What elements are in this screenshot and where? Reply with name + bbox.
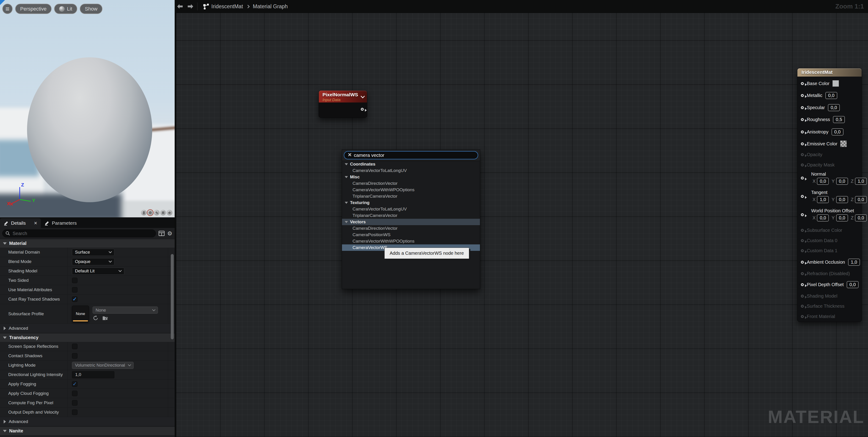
plane-shape-button[interactable] [154,210,159,216]
back-button[interactable] [175,1,185,11]
input-pin-icon[interactable] [801,106,804,109]
clear-search-icon[interactable]: × [348,152,351,158]
menu-item[interactable]: TriplanarCameraVector [342,212,480,219]
use-material-attributes-checkbox[interactable]: ✓ [72,287,78,292]
apply-cloud-fogging-checkbox[interactable]: ✓ [72,391,78,396]
section-translucency[interactable]: Translucency [0,333,175,342]
pin-metallic[interactable]: Metallic0,0 [797,92,862,99]
preview-viewport[interactable]: ≡ Perspective Lit Show Z Y X [0,0,175,217]
row-material-advanced[interactable]: Advanced [0,324,175,333]
show-button[interactable]: Show [80,4,102,14]
output-pin-icon[interactable] [361,108,364,111]
input-pin-icon[interactable] [801,143,804,145]
material-graph-canvas[interactable]: MATERIAL PixelNormalWS Input Data × Coor… [175,0,868,437]
tab-parameters[interactable]: Parameters [41,218,81,228]
menu-group-texturing[interactable]: Texturing [342,199,480,206]
menu-item[interactable]: CameraVectorToLatLongUV [342,167,480,174]
pin-value[interactable]: 0,0 [847,281,859,288]
pin-value-x[interactable]: 0,0 [817,178,829,185]
subsurface-profile-thumbnail[interactable]: None [72,306,89,322]
pin-value[interactable]: 0,0 [828,104,840,111]
menu-item[interactable]: CameraDirectionVector [342,225,480,231]
input-pin-icon[interactable] [801,283,804,286]
lighting-mode-dropdown[interactable]: Volumetric NonDirectional [72,362,134,369]
lit-button[interactable]: Lit [54,4,77,14]
forward-button[interactable] [185,1,196,11]
subsurface-profile-dropdown[interactable]: None [93,307,158,314]
menu-item[interactable]: CameraDirectionVector [342,180,480,187]
menu-item[interactable]: TriplanarCameraVector [342,193,480,199]
node-pixelnormalws-header[interactable]: PixelNormalWS Input Data [319,91,367,102]
custom-mesh-button[interactable] [167,210,173,216]
input-pin-icon[interactable] [801,213,804,216]
details-search-input[interactable] [12,231,153,236]
input-pin-icon[interactable] [801,130,804,133]
apply-fogging-checkbox[interactable]: ✓ [72,381,78,387]
pin-anisotropy[interactable]: Anisotropy0,0 [797,128,862,135]
pin-normal[interactable]: Normal X0,0 Y0,0 Z1,0 [797,171,862,185]
pin-value-z[interactable]: 1,0 [855,178,867,185]
pin-base-color[interactable]: Base Color [797,80,862,87]
browse-asset-icon[interactable] [102,315,108,321]
input-pin-icon[interactable] [801,118,804,121]
node-pixelnormalws[interactable]: PixelNormalWS Input Data [319,90,367,118]
node-iridescentmat-output[interactable]: IridescentMat Base Color Metallic0,0 Spe… [797,68,862,322]
close-icon[interactable]: × [34,220,37,226]
breadcrumb-page[interactable]: Material Graph [253,3,288,10]
compute-fog-per-pixel-checkbox[interactable]: ✓ [72,400,78,406]
viewport-menu-button[interactable]: ≡ [2,4,12,14]
pin-world-position-offset[interactable]: World Position Offset X0,0 Y0,0 Z0,0 [797,208,862,221]
node-search-input[interactable] [354,153,475,158]
input-pin-icon[interactable] [801,94,804,97]
input-pin-icon[interactable] [801,82,804,85]
menu-item[interactable]: CameraVectorWithWPOOptions [342,238,480,244]
input-pin-icon[interactable] [801,177,804,180]
blend-mode-dropdown[interactable]: Opaque [72,258,114,265]
details-scrollbar[interactable] [171,254,174,339]
screen-space-reflections-checkbox[interactable]: ✓ [72,344,78,349]
pin-value-x[interactable]: 1,0 [817,196,829,203]
material-domain-dropdown[interactable]: Surface [72,249,114,256]
perspective-button[interactable]: Perspective [15,4,52,14]
pin-value-z[interactable]: 0,0 [855,196,867,203]
pin-value-y[interactable]: 0,0 [836,178,848,185]
pin-value[interactable]: 0,0 [825,92,837,99]
pin-roughness[interactable]: Roughness0,5 [797,116,862,123]
pin-pixel-depth-offset[interactable]: Pixel Depth Offset0,0 [797,281,862,288]
pin-value-y[interactable]: 0,0 [836,214,848,221]
gear-icon[interactable]: ⚙ [167,231,173,237]
cube-shape-button[interactable] [160,210,166,216]
shading-model-dropdown[interactable]: Default Lit [72,268,124,275]
section-material[interactable]: Material [0,239,175,248]
pin-value[interactable]: 1,0 [848,259,860,266]
pin-value-z[interactable]: 0,0 [855,214,867,221]
menu-group-coordinates[interactable]: Coordinates [342,161,480,167]
menu-item[interactable]: CameraVectorWithWPOOptions [342,187,480,193]
sphere-shape-button[interactable] [147,210,153,216]
breadcrumb-asset[interactable]: IridescentMat [211,3,243,10]
section-nanite[interactable]: Nanite [0,427,175,435]
menu-group-misc[interactable]: Misc [342,174,480,180]
pin-ambient-occlusion[interactable]: Ambient Occlusion1,0 [797,258,862,266]
display-filter-icon[interactable] [159,231,164,236]
pin-tangent[interactable]: Tangent X1,0 Y0,0 Z0,0 [797,190,862,203]
menu-item[interactable]: CameraVectorToLatLongUV [342,206,480,212]
pin-value-x[interactable]: 0,0 [817,214,829,221]
details-search-box[interactable] [2,229,156,237]
contact-shadows-checkbox[interactable]: ✓ [72,353,78,358]
output-node-header[interactable]: IridescentMat [797,68,862,76]
pin-value-y[interactable]: 0,0 [836,196,848,203]
input-pin-icon[interactable] [801,261,804,264]
pin-specular[interactable]: Specular0,0 [797,104,862,111]
pin-value[interactable]: 0,5 [833,116,845,123]
menu-group-vectors[interactable]: Vectors [342,219,480,225]
menu-item[interactable]: CameraPositionWS [342,231,480,238]
row-translucency-advanced[interactable]: Advanced [0,417,175,427]
cylinder-shape-button[interactable] [141,210,147,216]
use-selected-asset-icon[interactable] [93,315,98,321]
directional-lighting-intensity-input[interactable]: 1,0 [72,371,114,378]
pin-value[interactable]: 0,0 [832,128,843,135]
two-sided-checkbox[interactable]: ✓ [72,278,78,283]
cast-ray-traced-shadows-checkbox[interactable]: ✓ [72,296,78,302]
input-pin-icon[interactable] [801,195,804,198]
